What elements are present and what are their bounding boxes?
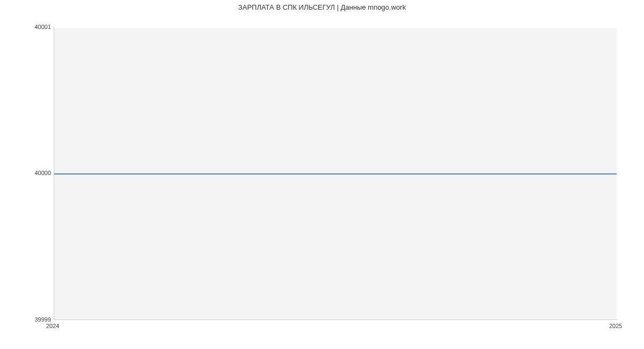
plot-area (54, 27, 617, 319)
y-tick-39999: 39999 (34, 316, 51, 323)
chart-title: ЗАРПЛАТА В СПК ИЛЬСЕГУЛ | Данные mnogo.w… (0, 3, 644, 11)
y-axis-line (54, 27, 54, 319)
x-axis-line (54, 319, 617, 320)
y-tick-40000: 40000 (34, 170, 51, 176)
x-tick-2025: 2025 (609, 323, 622, 329)
gridline-y-upper (54, 27, 617, 28)
series-line (54, 173, 617, 174)
x-tick-2024: 2024 (46, 323, 59, 329)
y-tick-40001: 40001 (34, 24, 51, 30)
